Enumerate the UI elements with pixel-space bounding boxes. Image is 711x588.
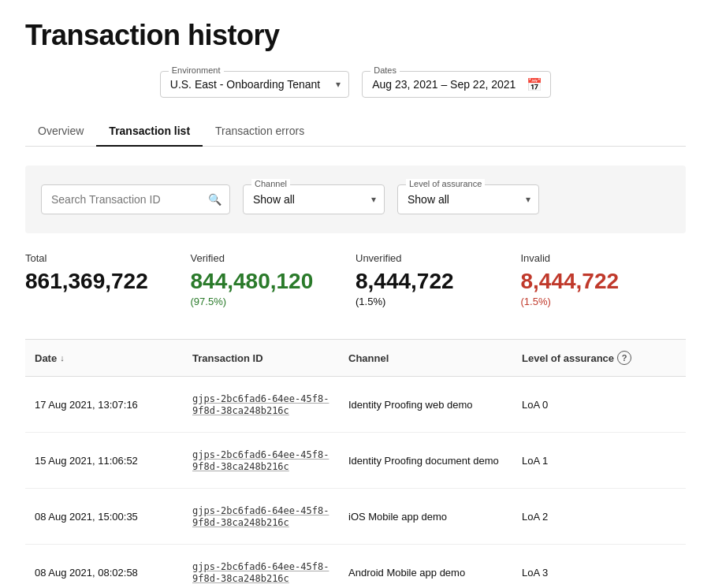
- invalid-sub: (1.5%): [521, 296, 687, 307]
- stat-total: Total 861,369,722: [25, 252, 191, 307]
- channel-select[interactable]: Channel Show all ▾: [243, 184, 385, 214]
- cell-loa: LoA 2: [512, 508, 686, 526]
- environment-label: Environment: [169, 65, 224, 75]
- cell-channel: iOS Mobile app demo: [339, 508, 512, 526]
- table-row: 15 Aug 2021, 11:06:52 gjps-2bc6fad6-64ee…: [25, 433, 686, 489]
- tab-transaction-list[interactable]: Transaction list: [96, 117, 203, 147]
- cell-transaction-id[interactable]: gjps-2bc6fad6-64ee-45f8-9f8d-38ca248b216…: [183, 389, 339, 419]
- search-input[interactable]: [51, 193, 201, 206]
- cell-date: 08 Aug 2021, 08:02:58: [25, 564, 183, 582]
- col-transaction-id-label: Transaction ID: [192, 352, 263, 364]
- transaction-id-link[interactable]: gjps-2bc6fad6-64ee-45f8-9f8d-38ca248b216…: [192, 561, 329, 584]
- stat-invalid: Invalid 8,444,722 (1.5%): [521, 252, 687, 307]
- col-date[interactable]: Date ↓: [25, 348, 183, 368]
- cell-loa: LoA 1: [512, 452, 686, 470]
- channel-value: Show all: [253, 193, 295, 206]
- sort-date-icon[interactable]: ↓: [60, 353, 65, 363]
- cell-channel: Android Mobile app demo: [339, 564, 512, 582]
- col-date-label: Date: [35, 352, 57, 364]
- loa-help-icon[interactable]: ?: [617, 351, 631, 365]
- table-body: 17 Aug 2021, 13:07:16 gjps-2bc6fad6-64ee…: [25, 377, 686, 588]
- unverified-value: 8,444,722: [356, 269, 521, 294]
- verified-label: Verified: [191, 252, 356, 264]
- cell-date: 08 Aug 2021, 15:00:35: [25, 508, 183, 526]
- channel-chevron-icon: ▾: [371, 194, 376, 205]
- cell-loa: LoA 3: [512, 564, 686, 582]
- col-channel-label: Channel: [348, 352, 389, 364]
- filters-bar: 🔍 Channel Show all ▾ Level of assurance …: [25, 166, 686, 233]
- calendar-icon: 📅: [527, 77, 542, 92]
- invalid-value: 8,444,722: [521, 269, 687, 294]
- stat-verified: Verified 844,480,120 (97.5%): [191, 252, 356, 307]
- tab-overview[interactable]: Overview: [25, 117, 96, 147]
- table-row: 17 Aug 2021, 13:07:16 gjps-2bc6fad6-64ee…: [25, 377, 686, 433]
- environment-chevron-icon: ▾: [336, 79, 341, 90]
- channel-label: Channel: [251, 179, 290, 188]
- stats-row: Total 861,369,722 Verified 844,480,120 (…: [25, 252, 686, 320]
- col-channel: Channel: [339, 348, 512, 368]
- invalid-label: Invalid: [521, 252, 687, 264]
- date-picker[interactable]: Dates Aug 23, 2021 – Sep 22, 2021 📅: [362, 71, 551, 98]
- cell-transaction-id[interactable]: gjps-2bc6fad6-64ee-45f8-9f8d-38ca248b216…: [183, 501, 339, 531]
- cell-channel: Identity Proofing web demo: [339, 396, 512, 414]
- transaction-id-link[interactable]: gjps-2bc6fad6-64ee-45f8-9f8d-38ca248b216…: [192, 505, 329, 528]
- tab-transaction-errors[interactable]: Transaction errors: [203, 117, 317, 147]
- page-title: Transaction history: [25, 19, 686, 52]
- cell-date: 15 Aug 2021, 11:06:52: [25, 452, 183, 470]
- table-row: 08 Aug 2021, 08:02:58 gjps-2bc6fad6-64ee…: [25, 545, 686, 588]
- unverified-sub: (1.5%): [356, 296, 521, 307]
- loa-chevron-icon: ▾: [526, 194, 530, 205]
- cell-transaction-id[interactable]: gjps-2bc6fad6-64ee-45f8-9f8d-38ca248b216…: [183, 445, 339, 475]
- transaction-id-link[interactable]: gjps-2bc6fad6-64ee-45f8-9f8d-38ca248b216…: [192, 393, 329, 416]
- stat-unverified: Unverified 8,444,722 (1.5%): [356, 252, 521, 307]
- environment-value: U.S. East - Onboarding Tenant: [170, 78, 320, 91]
- cell-channel: Identity Proofing document demo: [339, 452, 512, 470]
- loa-select[interactable]: Level of assurance Show all ▾: [397, 184, 539, 214]
- environment-select[interactable]: Environment U.S. East - Onboarding Tenan…: [160, 71, 349, 98]
- total-value: 861,369,722: [25, 269, 191, 294]
- dates-value: Aug 23, 2021 – Sep 22, 2021: [372, 78, 516, 91]
- dates-label: Dates: [370, 65, 400, 75]
- col-transaction-id: Transaction ID: [183, 348, 339, 368]
- top-controls: Environment U.S. East - Onboarding Tenan…: [25, 71, 686, 98]
- cell-date: 17 Aug 2021, 13:07:16: [25, 396, 183, 414]
- verified-sub: (97.5%): [191, 296, 356, 307]
- transactions-table: Date ↓ Transaction ID Channel Level of a…: [25, 339, 686, 588]
- loa-label: Level of assurance: [406, 179, 485, 188]
- table-header: Date ↓ Transaction ID Channel Level of a…: [25, 339, 686, 377]
- cell-transaction-id[interactable]: gjps-2bc6fad6-64ee-45f8-9f8d-38ca248b216…: [183, 557, 339, 587]
- tab-bar: Overview Transaction list Transaction er…: [25, 117, 686, 147]
- loa-value: Show all: [408, 193, 449, 206]
- total-label: Total: [25, 252, 191, 264]
- transaction-id-link[interactable]: gjps-2bc6fad6-64ee-45f8-9f8d-38ca248b216…: [192, 449, 329, 472]
- unverified-label: Unverified: [356, 252, 521, 264]
- search-wrapper[interactable]: 🔍: [41, 184, 230, 214]
- col-loa-label: Level of assurance: [522, 352, 614, 364]
- search-icon: 🔍: [208, 193, 221, 206]
- col-loa: Level of assurance ?: [512, 348, 686, 368]
- cell-loa: LoA 0: [512, 396, 686, 414]
- table-row: 08 Aug 2021, 15:00:35 gjps-2bc6fad6-64ee…: [25, 489, 686, 545]
- verified-value: 844,480,120: [191, 269, 356, 294]
